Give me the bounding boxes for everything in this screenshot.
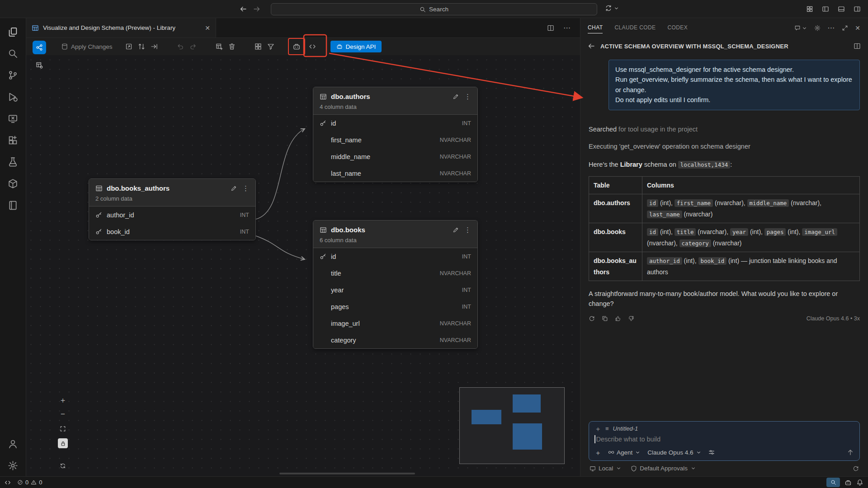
column-row[interactable]: yearINT <box>313 282 477 298</box>
schema-compare-icon[interactable] <box>135 40 148 53</box>
chat-message-list[interactable]: Use mssql_schema_designer for the active… <box>580 54 868 417</box>
canvas-horizontal-scrollbar[interactable] <box>279 473 415 474</box>
schema-table-node-books_authors[interactable]: dbo.books_authors⋮2 column dataauthor_id… <box>89 178 256 240</box>
copilot-status-icon[interactable] <box>844 479 852 486</box>
toggle-panel-icon[interactable] <box>838 5 845 13</box>
open-chat-in-editor-icon[interactable] <box>854 42 861 50</box>
add-context-icon[interactable]: ＋ <box>594 425 601 432</box>
command-center-search[interactable]: Search <box>271 3 597 15</box>
remote-indicator[interactable] <box>5 479 11 486</box>
tab-claude-code[interactable]: CLAUDE CODE <box>614 23 656 33</box>
sidebar-item-remote-explorer[interactable] <box>0 108 26 129</box>
sidebar-item-database-projects[interactable] <box>0 173 26 194</box>
navigate-forward-icon[interactable] <box>253 5 260 13</box>
filter-icon[interactable] <box>264 40 277 53</box>
tab-codex[interactable]: CODEX <box>667 23 688 33</box>
attach-icon[interactable]: ＋ <box>594 449 601 456</box>
schema-table-node-authors[interactable]: dbo.authors⋮4 column dataidINTfirst_name… <box>313 87 478 182</box>
chat-input-box[interactable]: ＋ ≡ Untitled-1 Describe what to build ＋ … <box>589 421 860 461</box>
auto-layout-icon[interactable] <box>252 40 264 53</box>
redo-icon[interactable] <box>187 40 199 53</box>
model-picker[interactable]: Claude Opus 4.6 <box>647 449 701 456</box>
column-row[interactable]: categoryNVARCHAR <box>313 332 477 348</box>
tab-chat[interactable]: CHAT <box>588 23 603 33</box>
copilot-icon[interactable] <box>291 41 302 52</box>
canvas-minimap[interactable] <box>459 387 565 464</box>
toggle-sidebar-icon[interactable] <box>822 5 829 13</box>
customize-layout-icon[interactable] <box>806 5 813 13</box>
navigate-back-icon[interactable] <box>240 5 247 13</box>
apply-changes-button[interactable]: Apply Changes <box>61 43 113 50</box>
column-row[interactable]: pagesINT <box>313 298 477 315</box>
schema-diagram-view-button[interactable] <box>33 41 46 54</box>
edit-table-icon[interactable] <box>453 94 459 100</box>
tool-step-searched[interactable]: Searched for tool usage in the project <box>589 126 860 133</box>
lock-canvas-button[interactable] <box>58 438 68 448</box>
toggle-secondary-sidebar-icon[interactable] <box>854 5 861 13</box>
more-actions-icon[interactable]: ⋯ <box>563 24 571 32</box>
prompt-input[interactable]: Describe what to build <box>589 433 859 446</box>
maximize-chat-icon[interactable] <box>842 25 848 31</box>
session-refresh-icon[interactable] <box>853 465 859 472</box>
sidebar-item-notebooks[interactable] <box>0 194 26 216</box>
settings-button[interactable] <box>0 455 26 476</box>
add-table-icon[interactable] <box>213 40 226 53</box>
chat-settings-gear-icon[interactable] <box>814 25 821 31</box>
sidebar-item-source-control[interactable] <box>0 64 26 86</box>
design-api-button[interactable]: Design API <box>330 41 382 52</box>
chat-mode-button[interactable] <box>794 25 807 31</box>
sidebar-item-extensions[interactable] <box>0 129 26 151</box>
schema-table-node-books[interactable]: dbo.books⋮6 column dataidINTtitleNVARCHA… <box>313 220 478 349</box>
edit-table-icon[interactable] <box>453 227 459 233</box>
tab-schema-designer[interactable]: Visualize and Design Schema (Preview) - … <box>26 18 216 38</box>
chat-more-actions-icon[interactable]: ⋯ <box>827 24 835 32</box>
tools-sliders-icon[interactable] <box>708 449 715 455</box>
column-row[interactable]: idINT <box>313 115 477 131</box>
column-row[interactable]: middle_nameNVARCHAR <box>313 148 477 165</box>
table-menu-icon[interactable]: ⋮ <box>242 185 249 192</box>
column-row[interactable]: image_urlNVARCHAR <box>313 315 477 332</box>
column-row[interactable]: titleNVARCHAR <box>313 265 477 282</box>
fit-view-button[interactable] <box>58 424 68 434</box>
table-menu-icon[interactable]: ⋮ <box>464 226 471 233</box>
close-tab-icon[interactable]: ✕ <box>205 24 210 32</box>
schema-canvas[interactable]: ＋ − dbo.authors⋮4 column dataidINTfirst_… <box>26 55 580 476</box>
split-editor-icon[interactable] <box>547 24 554 32</box>
table-node-header[interactable]: dbo.authors⋮4 column data <box>313 87 477 115</box>
column-row[interactable]: author_idINT <box>89 206 255 223</box>
column-row[interactable]: first_nameNVARCHAR <box>313 131 477 148</box>
sidebar-item-testing[interactable] <box>0 151 26 173</box>
approvals-picker[interactable]: Default Approvals <box>631 465 696 472</box>
table-designer-view-button[interactable] <box>33 58 46 72</box>
copy-icon[interactable] <box>602 315 608 322</box>
thumbs-up-icon[interactable] <box>615 315 621 322</box>
thumbs-down-icon[interactable] <box>628 315 634 322</box>
column-row[interactable]: last_nameNVARCHAR <box>313 165 477 182</box>
session-loop-button[interactable] <box>605 5 619 12</box>
view-code-icon[interactable] <box>306 40 319 53</box>
column-row[interactable]: idINT <box>313 248 477 265</box>
context-file-name[interactable]: Untitled-1 <box>613 425 638 432</box>
column-row[interactable]: book_idINT <box>89 223 255 240</box>
refresh-layout-button[interactable] <box>58 461 68 471</box>
regenerate-icon[interactable] <box>589 315 595 322</box>
delete-icon[interactable] <box>226 40 238 53</box>
close-chat-icon[interactable]: ✕ <box>855 25 861 31</box>
table-node-header[interactable]: dbo.books_authors⋮2 column data <box>89 179 255 206</box>
sidebar-item-run-debug[interactable] <box>0 86 26 108</box>
mode-picker[interactable]: Agent <box>608 449 641 456</box>
export-icon[interactable] <box>148 40 160 53</box>
open-in-editor-icon[interactable] <box>123 40 135 53</box>
environment-picker[interactable]: Local <box>590 465 622 472</box>
zoom-out-button[interactable]: − <box>58 409 68 419</box>
edit-table-icon[interactable] <box>231 185 237 192</box>
sidebar-item-explorer[interactable] <box>0 21 26 42</box>
undo-icon[interactable] <box>174 40 187 53</box>
back-icon[interactable] <box>588 42 595 50</box>
table-node-header[interactable]: dbo.books⋮6 column data <box>313 221 477 248</box>
problems-indicator[interactable]: 0 0 <box>17 479 42 486</box>
zoom-status-button[interactable] <box>826 478 840 487</box>
zoom-in-button[interactable]: ＋ <box>58 395 68 405</box>
table-menu-icon[interactable]: ⋮ <box>464 93 471 100</box>
send-icon[interactable] <box>847 449 854 456</box>
